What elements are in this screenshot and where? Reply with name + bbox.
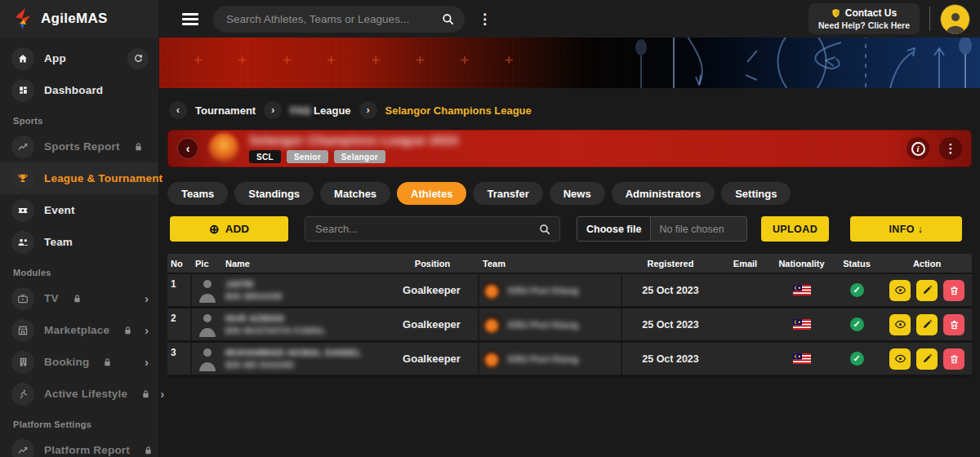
- malaysia-flag-icon: [793, 319, 811, 330]
- view-button[interactable]: [889, 314, 911, 335]
- kebab-menu-icon[interactable]: ⋮: [478, 11, 492, 28]
- chevron-right-icon: ›: [145, 291, 149, 305]
- sidebar-item-label: League & Tournament: [44, 172, 163, 184]
- lock-icon: [134, 142, 143, 152]
- user-avatar[interactable]: [940, 4, 970, 34]
- sidebar-item-event[interactable]: Event: [0, 194, 158, 226]
- contact-us-button[interactable]: Contact Us Need Help? Click Here: [808, 3, 920, 34]
- sidebar-item-sports-report[interactable]: Sports Report: [0, 131, 158, 162]
- breadcrumb-tournament[interactable]: Tournament: [195, 104, 256, 117]
- plus-circle-icon: ⊕: [209, 222, 220, 237]
- tab-matches[interactable]: Matches: [320, 182, 390, 205]
- sidebar-item-team[interactable]: Team: [0, 226, 158, 258]
- col-header-pic: Pic: [192, 259, 222, 268]
- cell-no: 3: [167, 343, 192, 375]
- sidebar-item-label: App: [44, 52, 66, 64]
- breadcrumb: ‹ Tournament › FAS League › Selangor Cha…: [169, 101, 972, 119]
- athlete-search[interactable]: [305, 216, 560, 242]
- team-logo: [483, 350, 501, 368]
- tab-athletes[interactable]: Athletes: [397, 182, 466, 205]
- choose-file-button[interactable]: Choose file: [577, 217, 651, 241]
- cell-nationality: [772, 308, 831, 340]
- chart-line-icon: [11, 135, 34, 158]
- athlete-search-input[interactable]: [315, 223, 538, 235]
- sidebar-item-app[interactable]: App: [0, 42, 158, 74]
- upload-button[interactable]: UPLOAD: [761, 216, 829, 242]
- lock-icon: [141, 389, 150, 399]
- cell-position: Goalkeeper: [385, 308, 479, 340]
- cell-registered: 25 Oct 2023: [622, 308, 719, 340]
- tab-administrators[interactable]: Administrators: [612, 182, 715, 205]
- verified-check-icon: ✓: [850, 283, 864, 297]
- info-download-button[interactable]: INFO ↓: [850, 216, 962, 242]
- search-icon[interactable]: [538, 223, 551, 236]
- runner-icon: [11, 383, 34, 406]
- tab-settings[interactable]: Settings: [721, 182, 791, 205]
- sidebar-item-marketplace[interactable]: Marketplace ›: [0, 314, 158, 346]
- cell-status: ✓: [831, 343, 882, 375]
- lock-icon: [73, 294, 82, 304]
- breadcrumb-back-button[interactable]: ‹: [169, 101, 187, 119]
- hero-tactics-sketch: [596, 38, 980, 88]
- athlete-photo: [192, 308, 222, 340]
- cell-actions: [882, 274, 972, 306]
- cell-status: ✓: [831, 308, 882, 340]
- tab-bar: Teams Standings Matches Athletes Transfe…: [167, 182, 972, 205]
- tab-standings[interactable]: Standings: [234, 182, 314, 205]
- tab-teams[interactable]: Teams: [167, 182, 228, 205]
- col-header-position: Position: [385, 259, 479, 268]
- delete-button[interactable]: [943, 314, 964, 335]
- sidebar-item-league-tournament[interactable]: League & Tournament: [0, 162, 158, 194]
- chevron-right-icon: ›: [145, 355, 149, 369]
- view-button[interactable]: [889, 348, 911, 370]
- delete-button[interactable]: [943, 348, 964, 370]
- file-upload-field[interactable]: Choose file No file chosen: [577, 216, 747, 242]
- refresh-icon[interactable]: [127, 48, 149, 69]
- sidebar-item-tv[interactable]: TV ›: [0, 282, 158, 314]
- lock-icon: [103, 357, 112, 367]
- cell-name: NUR AZMAN BIN MUSTAFFA KAMAL: [222, 308, 385, 340]
- chevron-right-icon: ›: [359, 101, 377, 119]
- banner-kebab-icon[interactable]: ⋮: [939, 137, 962, 160]
- sidebar-item-booking[interactable]: Booking ›: [0, 346, 158, 378]
- trophy-icon: [11, 167, 34, 190]
- chevron-right-icon: ›: [264, 101, 282, 119]
- people-icon: [11, 231, 34, 254]
- cell-team: KRU Port Klang: [479, 274, 622, 306]
- info-icon[interactable]: i: [906, 137, 929, 160]
- sidebar-item-label: Dashboard: [44, 84, 103, 96]
- hamburger-menu-icon[interactable]: [182, 11, 198, 28]
- logo-band: AgileMAS: [0, 0, 158, 38]
- athlete-photo: [192, 274, 222, 306]
- global-search[interactable]: [213, 6, 465, 33]
- breadcrumb-league[interactable]: FAS League: [290, 104, 350, 117]
- tab-transfer[interactable]: Transfer: [473, 182, 542, 205]
- edit-button[interactable]: [916, 314, 938, 335]
- cell-position: Goalkeeper: [385, 274, 479, 306]
- cell-name: MUHAMMAD AKMAL DANIEL BIN MD RASHID: [222, 343, 385, 375]
- cell-email: [719, 274, 772, 306]
- verified-check-icon: ✓: [850, 317, 864, 331]
- view-button[interactable]: [889, 280, 911, 301]
- edit-button[interactable]: [916, 348, 938, 370]
- sidebar-item-dashboard[interactable]: Dashboard: [0, 74, 158, 106]
- sidebar-item-platform-report[interactable]: Platform Report: [0, 434, 158, 457]
- col-header-name: Name: [222, 259, 385, 268]
- athlete-photo: [192, 343, 222, 375]
- global-search-input[interactable]: [226, 13, 441, 25]
- search-icon[interactable]: [441, 12, 455, 26]
- add-athlete-button[interactable]: ⊕ ADD: [170, 216, 288, 242]
- sidebar-item-label: Event: [44, 204, 75, 216]
- cell-email: [719, 343, 772, 375]
- edit-button[interactable]: [916, 280, 938, 301]
- sidebar-item-active-lifestyle[interactable]: Active Lifestyle ›: [0, 378, 158, 410]
- breadcrumb-current[interactable]: Selangor Champions League: [385, 104, 532, 117]
- delete-button[interactable]: [943, 280, 964, 301]
- tab-news[interactable]: News: [550, 182, 605, 205]
- table-header-row: No Pic Name Position Team Registered Ema…: [167, 254, 972, 274]
- athletes-toolbar: ⊕ ADD Choose file No file chosen UPLOAD …: [167, 216, 972, 242]
- lock-icon: [123, 326, 132, 335]
- banner-back-button[interactable]: ‹: [177, 138, 198, 159]
- ticket-star-icon: [11, 199, 34, 222]
- need-help-label: Need Help? Click Here: [818, 20, 910, 30]
